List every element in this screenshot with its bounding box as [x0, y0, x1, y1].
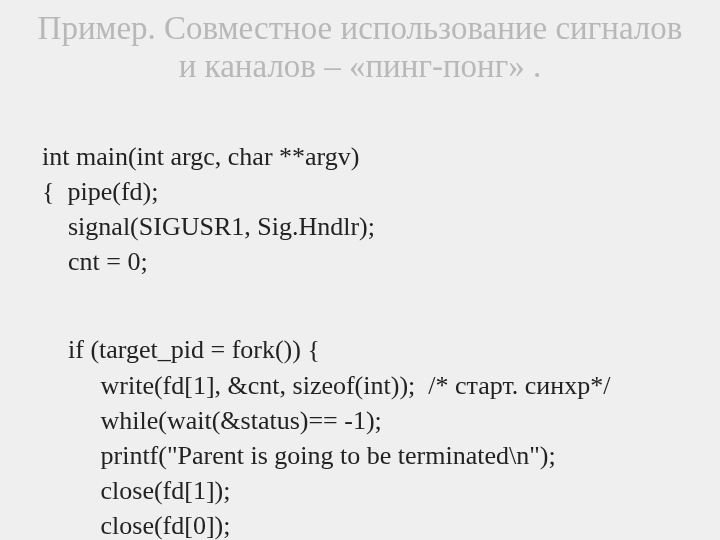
slide: Пример. Совместное использование сигнало… [0, 0, 720, 540]
slide-title: Пример. Совместное использование сигнало… [28, 10, 692, 86]
code-line: signal(SIGUSR1, Sig.Hndlr); [42, 212, 375, 241]
code-line: if (target_pid = fork()) { [42, 335, 320, 364]
code-block-2: if (target_pid = fork()) { write(fd[1], … [42, 297, 692, 540]
code-line: close(fd[0]); [42, 511, 230, 540]
code-line: write(fd[1], &cnt, sizeof(int)); /* стар… [42, 371, 610, 400]
code-line: int main(int argc, char **argv) [42, 142, 359, 171]
code-line: close(fd[1]); [42, 476, 230, 505]
code-block-1: int main(int argc, char **argv) { pipe(f… [42, 104, 692, 279]
code-line: while(wait(&status)== -1); [42, 406, 382, 435]
code-line: cnt = 0; [42, 247, 148, 276]
spacer [28, 279, 692, 297]
code-line: printf("Parent is going to be terminated… [42, 441, 556, 470]
code-line: { pipe(fd); [42, 177, 158, 206]
